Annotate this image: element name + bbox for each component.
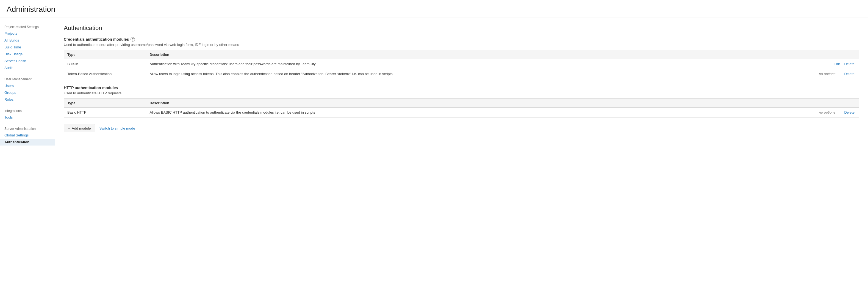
builtin-actions: Edit Delete: [753, 59, 859, 69]
credentials-col-desc: Description: [147, 50, 753, 59]
basic-http-type: Basic HTTP: [64, 108, 147, 117]
http-col-desc: Description: [147, 99, 715, 108]
basic-http-no-options: no options: [819, 110, 835, 114]
builtin-desc: Authentication with TeamCity-specific cr…: [147, 59, 753, 69]
credentials-help-icon[interactable]: ?: [130, 37, 135, 42]
sidebar-groups[interactable]: Groups: [0, 89, 55, 96]
add-module-label: Add module: [72, 126, 91, 130]
sidebar-server-health[interactable]: Server Health: [0, 57, 55, 64]
table-row: Basic HTTP Allows BASIC HTTP authenticat…: [64, 108, 859, 117]
basic-http-delete-link[interactable]: Delete: [844, 110, 855, 114]
table-row: Token-Based Authentication Allow users t…: [64, 69, 859, 79]
add-module-button[interactable]: + Add module: [64, 124, 95, 132]
builtin-edit-link[interactable]: Edit: [834, 62, 840, 66]
sidebar-tools[interactable]: Tools: [0, 114, 55, 121]
http-table: Type Description Basic HTTP Allows BASIC…: [64, 99, 859, 117]
http-section-title: HTTP authentication modules: [64, 85, 859, 90]
sidebar-audit[interactable]: Audit: [0, 64, 55, 71]
content-title: Authentication: [64, 25, 859, 32]
main-content: Authentication Credentials authenticatio…: [55, 18, 868, 296]
sidebar-global-settings[interactable]: Global Settings: [0, 132, 55, 139]
sidebar-users[interactable]: Users: [0, 82, 55, 89]
credentials-table: Type Description Built-in Authentication…: [64, 50, 859, 79]
basic-http-actions: no options Delete: [715, 108, 859, 117]
plus-icon: +: [68, 126, 70, 130]
sidebar-disk-usage[interactable]: Disk Usage: [0, 51, 55, 57]
integrations-label: Integrations: [0, 106, 55, 114]
project-settings-label: Project-related Settings: [0, 22, 55, 30]
token-auth-delete-link[interactable]: Delete: [844, 72, 855, 76]
action-row: + Add module Switch to simple mode: [64, 124, 859, 132]
credentials-section-title: Credentials authentication modules ?: [64, 37, 859, 42]
http-col-type: Type: [64, 99, 147, 108]
user-management-label: User Management: [0, 75, 55, 82]
sidebar-roles[interactable]: Roles: [0, 96, 55, 103]
sidebar-all-builds[interactable]: All Builds: [0, 37, 55, 44]
credentials-col-type: Type: [64, 50, 147, 59]
token-auth-type: Token-Based Authentication: [64, 69, 147, 79]
token-auth-desc: Allow users to login using access tokens…: [147, 69, 753, 79]
credentials-section-desc: Used to authenticate users after providi…: [64, 43, 859, 47]
sidebar: Project-related Settings Projects All Bu…: [0, 18, 55, 296]
sidebar-authentication[interactable]: Authentication: [0, 139, 55, 145]
switch-mode-link[interactable]: Switch to simple mode: [99, 126, 135, 130]
basic-http-desc: Allows BASIC HTTP authentication to auth…: [147, 108, 715, 117]
builtin-delete-link[interactable]: Delete: [844, 62, 855, 66]
sidebar-projects[interactable]: Projects: [0, 30, 55, 37]
http-section-desc: Used to authenticate HTTP requests: [64, 91, 859, 95]
page-title: Administration: [7, 5, 861, 14]
token-auth-no-options: no options: [819, 72, 835, 76]
sidebar-build-time[interactable]: Build Time: [0, 44, 55, 51]
token-auth-actions: no options Delete: [753, 69, 859, 79]
builtin-type: Built-in: [64, 59, 147, 69]
table-row: Built-in Authentication with TeamCity-sp…: [64, 59, 859, 69]
server-admin-label: Server Administration: [0, 124, 55, 132]
